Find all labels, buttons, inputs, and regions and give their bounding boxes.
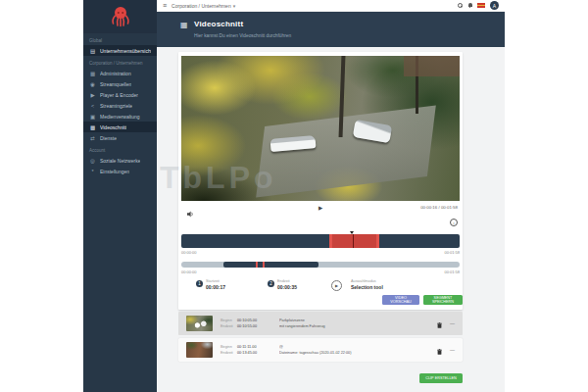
sidebar-item-streamquellen[interactable]: ◉ Streamquellen: [83, 78, 157, 89]
volume-icon[interactable]: [187, 204, 194, 221]
end-time-group: 2 Endzeit 00:00:35: [268, 279, 297, 290]
player-controls: ▶ 00:00:16 / 00:01:58: [181, 203, 460, 213]
videoschnitt-icon: ▦: [180, 21, 188, 29]
play-icon[interactable]: ▶: [318, 203, 322, 213]
segment-actions: —: [437, 315, 455, 332]
main-content: ▶ 00:00:16 / 00:01:58 i 00:00:00 00:01:5…: [157, 47, 505, 392]
collapse-icon[interactable]: —: [450, 348, 455, 353]
sidebar-item-soziale-netzwerke[interactable]: ◎ Soziale Netzwerke: [83, 155, 157, 166]
stream-sources-icon: ◉: [89, 81, 96, 87]
trash-icon[interactable]: [437, 315, 442, 332]
segment-end-value: 00:10:55.00: [237, 323, 257, 329]
settings-icon: *: [89, 169, 96, 174]
sidebar-item-videoschnitt[interactable]: ▩ Videoschnitt: [83, 122, 157, 132]
app-window: Global ▤ Unternehmensübersicht Corporati…: [83, 0, 505, 392]
sidebar-item-label: Einstellungen: [100, 169, 129, 174]
collapse-icon[interactable]: —: [450, 321, 455, 326]
start-time-value[interactable]: 00:00:17: [206, 284, 225, 290]
segment-times: Beginn00:11:11.00 Endzeit00:13:45.00: [220, 344, 271, 356]
sidebar-item-label: Medienverwaltung: [100, 114, 140, 120]
segment-end-label: Endzeit: [220, 350, 234, 356]
help-icon[interactable]: i: [450, 219, 458, 226]
start-time-label: Startzeit: [206, 279, 225, 283]
marker-tick: [263, 262, 265, 268]
notifications-icon[interactable]: [467, 3, 472, 9]
breadcrumb[interactable]: Corporation / Unternehmen: [172, 3, 231, 9]
timeline-start-time: 00:00:00: [181, 250, 197, 255]
company-overview-icon: ▤: [89, 48, 96, 54]
services-icon: ⇄: [89, 135, 96, 141]
end-time-value[interactable]: 00:00:35: [277, 284, 297, 290]
sidebar-item-unternehmensuebersicht[interactable]: ▤ Unternehmensübersicht: [83, 45, 157, 56]
sidebar: Global ▤ Unternehmensübersicht Corporati…: [83, 0, 157, 392]
chevron-down-icon: ▾: [233, 3, 236, 9]
social-networks-icon: ◎: [89, 158, 96, 164]
app-logo[interactable]: [83, 0, 157, 33]
avatar[interactable]: A: [490, 1, 499, 10]
zoom-window[interactable]: [223, 262, 318, 268]
sidebar-item-label: Streamingziele: [100, 103, 132, 109]
page-subtitle: Hier kannst Du einen Videoschnitt durchf…: [194, 33, 291, 38]
clip-create-button[interactable]: CLIP ERSTELLEN: [419, 373, 463, 383]
zoom-strip-times: 00:00:00 00:01:58: [181, 270, 460, 274]
video-cut-icon: ▩: [89, 124, 96, 130]
language-flag-icon[interactable]: [477, 3, 485, 8]
zoom-end-time: 00:01:58: [444, 270, 460, 274]
search-icon[interactable]: [458, 3, 463, 8]
sidebar-item-label: Administration: [100, 71, 131, 76]
menu-icon[interactable]: ≡: [163, 2, 167, 9]
sidebar-item-label: Soziale Netzwerke: [100, 158, 140, 164]
segment-row[interactable]: Beginn00:11:11.00 Endzeit00:13:45.00 @ D…: [178, 338, 463, 362]
page-header: ▦ Videoschnitt Hier kannst Du einen Vide…: [157, 12, 505, 47]
sidebar-item-label: Dienste: [100, 135, 117, 141]
sidebar-item-player-encoder[interactable]: ▶ Player & Encoder: [83, 89, 157, 100]
step2-badge: 2: [268, 280, 274, 287]
segment-thumbnail: [186, 316, 213, 331]
sidebar-item-streamingziele[interactable]: < Streamingziele: [83, 100, 157, 111]
segment-thumbnail: [186, 342, 213, 358]
streaming-targets-icon: <: [89, 103, 96, 109]
segment-row[interactable]: Beginn00:10:05.00 Endzeit00:10:55.00 Par…: [178, 312, 463, 335]
page-title: Videoschnitt: [194, 20, 243, 28]
selection-mode-group: Auswahlmodus Selection tool: [351, 279, 383, 290]
segment-save-button[interactable]: SEGMENT SPEICHERN: [423, 295, 463, 305]
administration-icon: ▦: [89, 71, 96, 76]
start-time-group: 1 Startzeit 00:00:17: [196, 279, 225, 290]
sidebar-item-medienverwaltung[interactable]: ▣ Medienverwaltung: [83, 111, 157, 122]
sidebar-section-corporation: Corporation / Unternehmen: [83, 56, 157, 68]
preview-play-icon[interactable]: ▶: [331, 280, 342, 291]
octopus-logo-icon: [108, 5, 133, 28]
timeline-times: 00:00:00 00:01:58: [181, 250, 460, 255]
playhead-caret-icon[interactable]: [350, 231, 354, 234]
player-encoder-icon: ▶: [89, 92, 96, 98]
video-editor-card: ▶ 00:00:16 / 00:01:58 i 00:00:00 00:01:5…: [178, 52, 463, 310]
sidebar-item-label: Player & Encoder: [100, 92, 138, 98]
timeline-selection[interactable]: [329, 234, 379, 248]
segment-description: Parkplatzszene mit rangierendem Fahrzeug: [279, 318, 437, 329]
timeline-track[interactable]: [181, 234, 460, 248]
sidebar-item-einstellungen[interactable]: * Einstellungen: [83, 166, 157, 176]
segment-description: @ Dateiname: tagesschau (2020-01-02 22:0…: [279, 344, 437, 356]
end-time-label: Endzeit: [277, 279, 297, 283]
zoom-strip[interactable]: [181, 262, 460, 268]
roof-corner: [404, 56, 460, 76]
sidebar-item-label: Streamquellen: [100, 81, 131, 87]
segment-description-line2: mit rangierendem Fahrzeug: [279, 323, 437, 329]
sidebar-item-dienste[interactable]: ⇄ Dienste: [83, 132, 157, 143]
video-preview-button[interactable]: VIDEO VORSCHAU: [382, 295, 419, 305]
sidebar-item-administration[interactable]: ▦ Administration: [83, 68, 157, 78]
player-time: 00:00:16 / 00:01:58: [420, 205, 458, 210]
timeline-end-time: 00:01:58: [444, 250, 460, 255]
segment-list: Beginn00:10:05.00 Endzeit00:10:55.00 Par…: [178, 312, 463, 365]
selection-mode-value: Selection tool: [351, 284, 383, 290]
trash-icon[interactable]: [437, 341, 442, 359]
topbar-actions: A: [458, 1, 499, 10]
media-management-icon: ▣: [89, 114, 96, 120]
video-frame[interactable]: [181, 56, 460, 201]
marker-tick: [256, 262, 258, 268]
topbar: ≡ Corporation / Unternehmen ▾ A: [157, 0, 505, 12]
zoom-start-time: 00:00:00: [181, 270, 197, 274]
pavement-area: [256, 106, 436, 198]
segment-end-value: 00:13:45.00: [237, 350, 257, 356]
sidebar-item-label: Unternehmensübersicht: [100, 48, 151, 54]
